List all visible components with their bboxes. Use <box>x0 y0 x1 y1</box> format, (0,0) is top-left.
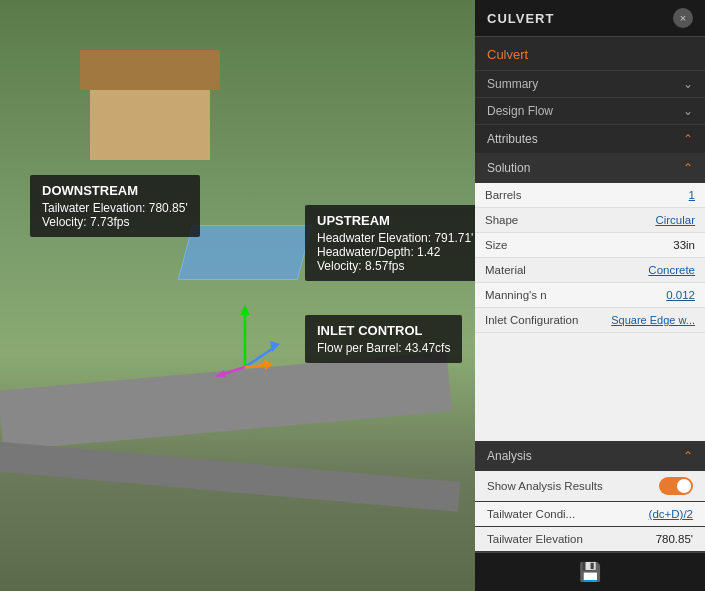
summary-chevron-icon: ⌄ <box>683 77 693 91</box>
material-key: Material <box>485 264 526 276</box>
attributes-label: Attributes <box>487 132 538 146</box>
barrels-value[interactable]: 1 <box>689 189 695 201</box>
tailwater-cond-value[interactable]: (dc+D)/2 <box>649 508 693 520</box>
inlet-control-info-box: INLET CONTROL Flow per Barrel: 43.47cfs <box>305 315 462 363</box>
design-flow-row[interactable]: Design Flow ⌄ <box>475 98 705 125</box>
design-flow-chevron-icon: ⌄ <box>683 104 693 118</box>
tailwater-cond-row: Tailwater Condi... (dc+D)/2 <box>475 502 705 527</box>
upstream-info-box: UPSTREAM Headwater Elevation: 791.71' He… <box>305 205 485 281</box>
inlet-config-key: Inlet Configuration <box>485 314 578 326</box>
inlet-config-row: Inlet Configuration Square Edge w... <box>475 308 705 333</box>
solution-section-header[interactable]: Solution ⌃ <box>475 153 705 183</box>
size-value: 33in <box>673 239 695 251</box>
panel-title: CULVERT <box>487 11 554 26</box>
building-roof <box>80 50 220 90</box>
save-icon[interactable]: 💾 <box>579 561 601 583</box>
downstream-title: DOWNSTREAM <box>42 183 188 198</box>
culvert-label[interactable]: Culvert <box>475 37 705 71</box>
building <box>90 80 210 160</box>
attributes-chevron-icon: ⌃ <box>683 132 693 146</box>
tailwater-elev-value: 780.85' <box>656 533 693 545</box>
barrels-key: Barrels <box>485 189 521 201</box>
analysis-section: Analysis ⌃ Show Analysis Results Tailwat… <box>475 441 705 552</box>
svg-marker-1 <box>240 305 250 315</box>
tailwater-elev-row: Tailwater Elevation 780.85' <box>475 527 705 552</box>
show-analysis-toggle-container <box>659 477 693 495</box>
shape-value[interactable]: Circular <box>655 214 695 226</box>
attributes-table: Barrels 1 Shape Circular Size 33in Mater… <box>475 183 705 441</box>
show-analysis-row[interactable]: Show Analysis Results <box>475 471 705 502</box>
mannings-key: Manning's n <box>485 289 547 301</box>
upstream-title: UPSTREAM <box>317 213 473 228</box>
svg-marker-7 <box>264 360 273 370</box>
culvert-panel: CULVERT × Culvert Summary ⌄ Design Flow … <box>475 0 705 591</box>
summary-row[interactable]: Summary ⌄ <box>475 71 705 98</box>
downstream-line2: Velocity: 7.73fps <box>42 215 188 229</box>
mannings-row: Manning's n 0.012 <box>475 283 705 308</box>
summary-label: Summary <box>487 77 538 91</box>
material-value[interactable]: Concrete <box>648 264 695 276</box>
size-key: Size <box>485 239 507 251</box>
analysis-label: Analysis <box>487 449 532 463</box>
panel-header: CULVERT × <box>475 0 705 37</box>
analysis-chevron-icon: ⌃ <box>683 449 693 463</box>
downstream-info-box: DOWNSTREAM Tailwater Elevation: 780.85' … <box>30 175 200 237</box>
upstream-line3: Velocity: 8.57fps <box>317 259 473 273</box>
shape-key: Shape <box>485 214 518 226</box>
inlet-config-value[interactable]: Square Edge w... <box>611 314 695 326</box>
inlet-line1: Flow per Barrel: 43.47cfs <box>317 341 450 355</box>
inlet-title: INLET CONTROL <box>317 323 450 338</box>
material-row: Material Concrete <box>475 258 705 283</box>
analysis-header[interactable]: Analysis ⌃ <box>475 441 705 471</box>
axes-indicator <box>210 297 280 381</box>
barrels-row: Barrels 1 <box>475 183 705 208</box>
show-analysis-toggle[interactable] <box>659 477 693 495</box>
close-button[interactable]: × <box>673 8 693 28</box>
attributes-section-header[interactable]: Attributes ⌃ <box>475 125 705 153</box>
show-analysis-key: Show Analysis Results <box>487 480 603 492</box>
tailwater-elev-key: Tailwater Elevation <box>487 533 583 545</box>
panel-footer: 💾 <box>475 552 705 591</box>
upstream-line2: Headwater/Depth: 1.42 <box>317 245 473 259</box>
size-row: Size 33in <box>475 233 705 258</box>
solution-label: Solution <box>487 161 530 175</box>
upstream-line1: Headwater Elevation: 791.71' <box>317 231 473 245</box>
tailwater-cond-key: Tailwater Condi... <box>487 508 575 520</box>
solution-chevron-icon: ⌃ <box>683 161 693 175</box>
svg-marker-5 <box>215 370 226 377</box>
shape-row: Shape Circular <box>475 208 705 233</box>
downstream-line1: Tailwater Elevation: 780.85' <box>42 201 188 215</box>
toggle-knob <box>677 479 691 493</box>
mannings-value[interactable]: 0.012 <box>666 289 695 301</box>
design-flow-label: Design Flow <box>487 104 553 118</box>
